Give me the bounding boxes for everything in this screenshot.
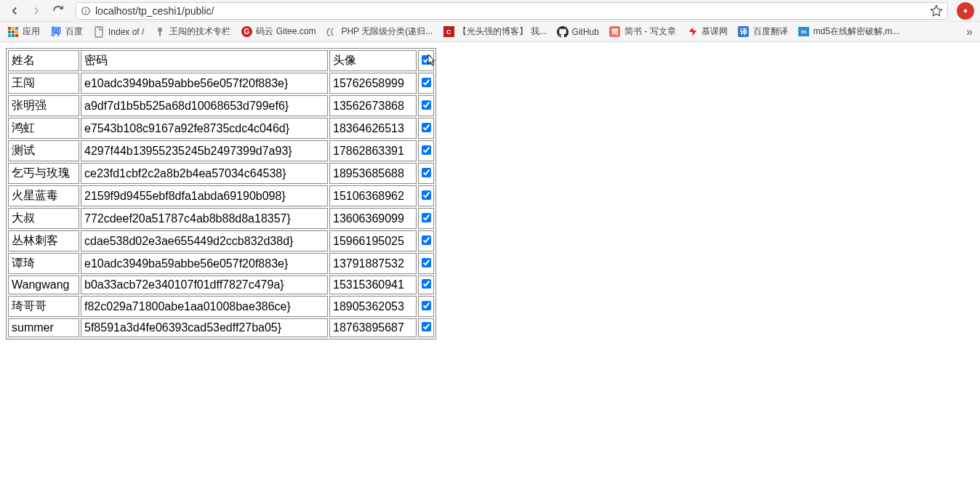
browser-toolbar: localhost/tp_ceshi1/public/ xyxy=(0,0,980,22)
data-table: 姓名 密码 头像 王闯e10adc3949ba59abbe56e057f20f8… xyxy=(6,48,436,339)
info-icon[interactable] xyxy=(81,6,91,16)
cell-checkbox xyxy=(418,163,434,184)
bookmark-icon xyxy=(686,26,698,38)
svg-point-4 xyxy=(964,9,968,12)
table-row: 乞丐与玫瑰ce23fd1cbf2c2a8b2b4ea57034c64538}18… xyxy=(8,163,434,184)
table-row: 张明强a9df7d1b5b525a68d10068653d799ef6}1356… xyxy=(8,95,434,116)
bookmark-label: 简书 - 写文章 xyxy=(624,25,676,38)
cell-avatar: 13791887532 xyxy=(329,253,417,274)
bookmark-item[interactable]: GitHub xyxy=(557,26,599,38)
bookmark-label: 王闯的技术专栏 xyxy=(169,25,230,38)
extension-button[interactable] xyxy=(957,2,974,20)
table-row: 大叔772cdeef20a51787c4ab8b88d8a18357}13606… xyxy=(8,208,434,229)
cell-password: cdae538d02e3ae655449d2ccb832d38d} xyxy=(81,230,328,251)
bookmark-item[interactable]: 译百度翻译 xyxy=(738,25,788,38)
svg-rect-9 xyxy=(12,31,15,33)
cell-password: ce23fd1cbf2c2a8b2b4ea57034c64538} xyxy=(81,163,328,184)
svg-marker-3 xyxy=(931,5,942,15)
bookmark-icon xyxy=(7,26,19,38)
cell-password: b0a33acb72e340107f01dff7827c479a} xyxy=(81,275,328,294)
row-checkbox[interactable] xyxy=(422,258,431,267)
bookmarks-overflow[interactable]: » xyxy=(966,25,973,39)
cell-password: 772cdeef20a51787c4ab8b88d8a18357} xyxy=(81,208,328,229)
svg-rect-16 xyxy=(159,31,161,36)
cell-password: 4297f44b13955235245b2497399d7a93} xyxy=(81,140,328,161)
cell-checkbox xyxy=(418,275,434,294)
bookmark-item[interactable]: 脚百度 xyxy=(50,25,83,38)
row-checkbox[interactable] xyxy=(422,301,431,310)
row-checkbox[interactable] xyxy=(422,190,431,200)
url-text: localhost/tp_ceshi1/public/ xyxy=(95,5,924,17)
row-checkbox[interactable] xyxy=(422,123,431,132)
bookmark-label: GitHub xyxy=(572,27,599,37)
cell-name: 谭琦 xyxy=(8,253,79,274)
bookmark-label: 码云 Gitee.com xyxy=(256,25,316,38)
bookmark-icon: G xyxy=(241,26,252,38)
url-bar[interactable]: localhost/tp_ceshi1/public/ xyxy=(76,2,948,20)
cell-password: 2159f9d9455ebf8dfa1abda69190b098} xyxy=(81,185,328,206)
svg-rect-7 xyxy=(15,27,18,30)
bookmark-icon: 译 xyxy=(738,26,750,38)
row-checkbox[interactable] xyxy=(422,279,431,289)
star-icon[interactable] xyxy=(930,4,943,17)
row-checkbox[interactable] xyxy=(422,78,431,87)
bookmark-label: Index of / xyxy=(108,27,144,37)
back-button[interactable] xyxy=(6,2,23,20)
cell-avatar: 18364626513 xyxy=(329,118,417,139)
bookmark-item[interactable]: PHP 无限级分类(递归... xyxy=(326,25,433,38)
bookmark-icon xyxy=(93,26,105,38)
bookmark-label: 百度翻译 xyxy=(753,25,788,38)
cell-avatar: 18763895687 xyxy=(329,318,417,337)
bookmark-icon: 脚 xyxy=(50,26,62,38)
bookmark-icon xyxy=(326,26,337,38)
cell-password: e10adc3949ba59abbe56e057f20f883e} xyxy=(81,253,328,274)
cell-name: 乞丐与玫瑰 xyxy=(8,163,79,184)
row-checkbox[interactable] xyxy=(422,213,431,222)
bookmark-item[interactable]: G码云 Gitee.com xyxy=(241,25,316,38)
bookmark-item[interactable]: 简简书 - 写文章 xyxy=(609,25,676,38)
table-row: 琦哥哥f82c029a71800abe1aa01008bae386ce}1890… xyxy=(8,296,434,317)
bookmark-icon: 简 xyxy=(609,26,621,38)
cell-checkbox xyxy=(418,95,434,116)
table-row: 丛林刺客cdae538d02e3ae655449d2ccb832d38d}159… xyxy=(8,230,434,251)
reload-button[interactable] xyxy=(49,2,67,20)
bookmark-item[interactable]: C【光头强的博客】 我... xyxy=(443,25,546,38)
row-checkbox[interactable] xyxy=(422,168,431,177)
header-checkbox xyxy=(418,50,434,71)
cell-avatar: 18905362053 xyxy=(329,296,417,317)
cell-name: 张明强 xyxy=(8,95,79,116)
row-checkbox[interactable] xyxy=(422,236,431,245)
bookmark-item[interactable]: 应用 xyxy=(7,25,40,38)
table-row: summer5f8591a3d4fe06393cad53edff27ba05}1… xyxy=(8,318,434,337)
table-row: 鸿虹e7543b108c9167a92fe8735cdc4c046d}18364… xyxy=(8,118,434,139)
bookmark-item[interactable]: 慕课网 xyxy=(686,25,728,38)
bookmark-item[interactable]: mmd5在线解密破解,m... xyxy=(798,25,900,38)
cell-name: 测试 xyxy=(8,140,79,161)
svg-rect-11 xyxy=(8,34,11,37)
cell-checkbox xyxy=(418,118,434,139)
bookmarks-bar: 应用脚百度Index of /王闯的技术专栏G码云 Gitee.comPHP 无… xyxy=(0,22,980,42)
bookmark-item[interactable]: 王闯的技术专栏 xyxy=(154,25,230,38)
bookmark-icon xyxy=(557,26,569,38)
cell-name: 丛林刺客 xyxy=(8,230,79,251)
row-checkbox[interactable] xyxy=(422,322,431,331)
select-all-checkbox[interactable] xyxy=(422,55,431,65)
cell-avatar: 15315360941 xyxy=(329,275,417,294)
forward-button[interactable] xyxy=(28,2,45,20)
cell-password: e10adc3949ba59abbe56e057f20f883e} xyxy=(81,73,328,94)
table-row: 火星蓝毒2159f9d9455ebf8dfa1abda69190b098}151… xyxy=(8,185,434,206)
cell-password: e7543b108c9167a92fe8735cdc4c046d} xyxy=(81,118,328,139)
cell-checkbox xyxy=(418,296,434,317)
bookmark-label: 百度 xyxy=(65,25,83,38)
cell-name: 大叔 xyxy=(8,208,79,229)
cell-password: a9df7d1b5b525a68d10068653d799ef6} xyxy=(81,95,328,116)
cell-name: 火星蓝毒 xyxy=(8,185,79,206)
cell-avatar: 18953685688 xyxy=(329,163,417,184)
cell-avatar: 15762658999 xyxy=(329,73,417,94)
row-checkbox[interactable] xyxy=(422,145,431,155)
bookmark-item[interactable]: Index of / xyxy=(93,26,144,38)
table-header-row: 姓名 密码 头像 xyxy=(8,50,434,71)
svg-rect-13 xyxy=(15,34,18,37)
cell-name: summer xyxy=(8,318,79,337)
row-checkbox[interactable] xyxy=(422,100,431,110)
